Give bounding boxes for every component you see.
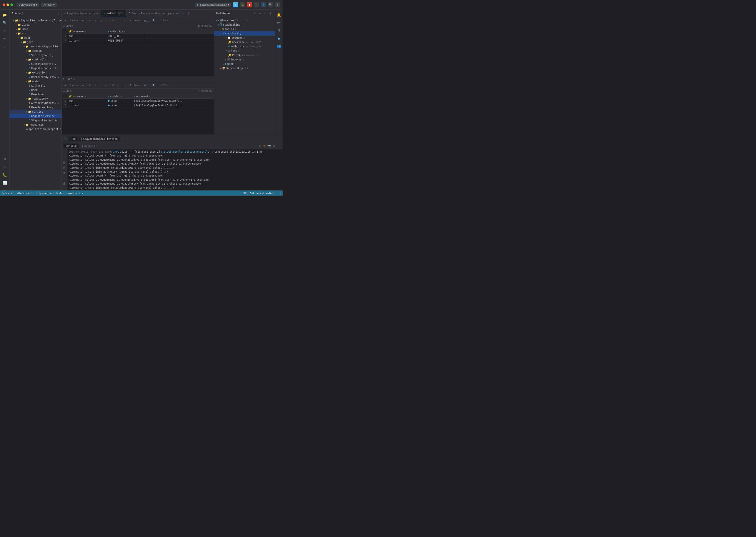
csv-button[interactable]: CSV ▾ xyxy=(160,19,169,22)
add-row-button2[interactable]: + xyxy=(104,84,107,87)
db-tree-authority-table[interactable]: ▼ ⊞ authority xyxy=(214,31,275,36)
edit-button2[interactable]: □ xyxy=(99,84,103,87)
cell-username[interactable]: vincent xyxy=(67,38,106,43)
sidebar-icon-terminal[interactable]: ⊞ xyxy=(1,156,8,163)
db-refresh-button[interactable]: ↻ xyxy=(258,11,262,16)
tab-authority[interactable]: ⊞ authority × xyxy=(101,10,126,18)
close-button[interactable] xyxy=(3,4,5,6)
search-data-button[interactable]: 🔍 xyxy=(151,19,157,22)
cell-authority[interactable]: ROLE_HOST xyxy=(106,34,145,38)
table-row[interactable]: 1 sun ROLE_HOST xyxy=(62,34,214,38)
undo-button2[interactable]: ↺ xyxy=(111,83,115,87)
tree-item-java[interactable]: ▼ 📁 java xyxy=(10,40,61,44)
tab-more-button[interactable]: ▾ xyxy=(180,12,186,15)
more-options3-button[interactable]: ⋮ xyxy=(208,83,213,87)
tab-staybooking-app[interactable]: s StaybookingApplication xyxy=(79,137,120,141)
tree-item-registercontroller[interactable]: C RegisterControll... xyxy=(10,66,61,70)
tab-customexception[interactable]: C CustomExceptionHandler.java ≠ xyxy=(126,10,180,18)
sidebar-icon-structure[interactable]: ☰ xyxy=(1,43,8,50)
sidebar-icon-vcs[interactable]: ⑂ xyxy=(1,27,8,34)
redo-button[interactable]: ↻ xyxy=(116,19,121,22)
db-tree-staybooking[interactable]: ▼ 🗄 staybooking xyxy=(214,22,275,27)
where-filter2[interactable]: ⊞ WHERE xyxy=(63,90,73,93)
status-breadcrumb-tables[interactable]: tables xyxy=(56,192,64,194)
actuator-tab[interactable]: ⊙ Actuator xyxy=(80,144,99,148)
sidebar-icon-project[interactable]: 📁 xyxy=(1,11,8,18)
tree-item-appprops[interactable]: ⚙ application.properties xyxy=(10,127,61,131)
fold-button[interactable]: ≡ xyxy=(62,171,66,175)
screenshot-button[interactable]: 📷 xyxy=(267,144,271,148)
db-tree-tables[interactable]: ▼ ⊞ tables 2 xyxy=(214,27,275,31)
nav-next-button2[interactable]: ▶ xyxy=(81,83,85,87)
db-tree-localhost[interactable]: ▼ ⊡ @localhost 1 of 13 xyxy=(214,18,275,22)
status-breadcrumb-db[interactable]: Database xyxy=(2,192,13,194)
tab-options-button[interactable]: ⋮ xyxy=(186,12,192,15)
project-panel-header[interactable]: Project ∨ xyxy=(10,10,61,18)
status-breadcrumb-staybooking[interactable]: staybooking xyxy=(36,192,52,194)
tree-item-com[interactable]: ▼ 📁 com.eve.staybooking xyxy=(10,44,61,49)
tx-button2[interactable]: Tx: Auto ▾ xyxy=(129,83,142,87)
cell-enabled[interactable]: true xyxy=(106,99,132,103)
orderby-filter[interactable]: ☰ ORDER BY xyxy=(198,25,212,28)
restart-button[interactable]: ↻ xyxy=(258,144,262,148)
db-add-button[interactable]: + xyxy=(253,11,257,16)
branch-switcher[interactable]: ⎇ main ▾ xyxy=(41,3,57,7)
tree-item-idea[interactable]: ▶ 📁 .idea xyxy=(10,22,61,27)
tab-registerservice[interactable]: C RegisterService.java xyxy=(62,10,101,18)
right-icon-notifications[interactable]: 🔔 xyxy=(275,11,282,18)
status-breadcrumb-localhost[interactable]: @localhost xyxy=(18,192,32,194)
tree-item-resources[interactable]: ▼ 📁 resources xyxy=(10,123,61,127)
scroll-up-button[interactable]: ↑ xyxy=(62,150,66,154)
profile-button[interactable]: 👤 xyxy=(261,2,266,7)
bottom-panel-icon[interactable]: ▷ xyxy=(63,137,68,141)
console-tab[interactable]: Console xyxy=(63,144,79,148)
search-data-button2[interactable]: 🔍 xyxy=(151,83,157,87)
db-settings-button[interactable]: ⚙ xyxy=(263,11,267,16)
rows-count-button[interactable]: 2 rows ▾ xyxy=(68,19,80,22)
table-row[interactable]: 2 vincent true $2a$10$mv3yqFasEai8pL5cUU… xyxy=(62,103,214,108)
project-switcher[interactable]: s staybooking ▾ xyxy=(17,3,39,7)
tree-item-staybooking-root[interactable]: ▼ 📁 staybooking ~/Desktop/Projects/S xyxy=(10,18,61,22)
orderby-filter2[interactable]: ☰ ORDER BY xyxy=(198,90,212,93)
username-column-header2[interactable]: 🔑 username ⊕ xyxy=(67,94,106,99)
filter-console-button[interactable]: ⊞ xyxy=(62,160,66,165)
cell-username2[interactable]: sun xyxy=(67,99,106,103)
nav-prev-button[interactable]: ◀ xyxy=(63,19,67,22)
search-button[interactable]: 🔍 xyxy=(268,2,273,7)
minimize-button[interactable] xyxy=(7,4,9,6)
run-button[interactable]: ▶ xyxy=(233,2,238,7)
sidebar-icon-search[interactable]: 🔍 xyxy=(1,19,8,26)
db-tree-server-objects[interactable]: ▶ 📦 Server Objects xyxy=(214,66,275,70)
enabled-column-header[interactable]: ≡ enabled ⊕ xyxy=(106,94,132,99)
redo-button2[interactable]: ↻ xyxy=(116,83,121,87)
tx-button[interactable]: Tx: Auto ▾ xyxy=(129,19,142,22)
sidebar-icon-run2[interactable]: ▷ xyxy=(1,163,8,170)
commit-button2[interactable]: ▷ xyxy=(122,83,126,87)
tree-item-main[interactable]: ▼ 📁 main xyxy=(10,36,61,40)
ddl-button[interactable]: DDL xyxy=(143,19,150,22)
tree-item-mvn[interactable]: ▶ 📁 .mvn xyxy=(10,27,61,31)
scroll-down-button[interactable]: ↓ xyxy=(62,155,66,159)
tree-item-config[interactable]: ▼ 📁 config xyxy=(10,49,61,53)
export-icon[interactable]: ⬆ xyxy=(276,192,278,194)
stop-button2[interactable]: ⊙ xyxy=(93,83,98,87)
tree-item-authorityrepo[interactable]: I AuthorityReposi... xyxy=(10,101,61,105)
user-tab-close[interactable]: × xyxy=(73,78,75,81)
db-tree-columns[interactable]: ▼ 📋 columns 2 xyxy=(214,36,275,40)
db-tree-keys[interactable]: ▼ 🗂 keys 1 xyxy=(214,49,275,53)
status-breadcrumb-authority[interactable]: ⊞ authority xyxy=(68,192,83,194)
tree-item-src[interactable]: ▼ 📁 src xyxy=(10,31,61,36)
nav-next-button[interactable]: ▶ xyxy=(81,19,85,22)
print-button[interactable]: 🖨 xyxy=(62,181,66,186)
edit-button[interactable]: □ xyxy=(99,19,103,22)
clear-button[interactable]: 🗑 xyxy=(62,165,66,170)
tree-item-authority-model[interactable]: I Authority xyxy=(10,83,61,88)
tree-item-user-model[interactable]: C User xyxy=(10,88,61,92)
sidebar-icon-more[interactable]: ⋯ xyxy=(1,99,8,106)
tree-item-repository[interactable]: ▼ 📁 repository xyxy=(10,97,61,101)
tree-item-customexception[interactable]: C CustomExceptio... xyxy=(10,62,61,66)
rows-count-button2[interactable]: 2 rows ▾ xyxy=(68,83,80,87)
nav-prev-button2[interactable]: ◀ xyxy=(63,83,67,87)
debug-button[interactable]: 🐛 xyxy=(240,2,245,7)
tree-item-useralreadyexists[interactable]: C UserAlreadyExis... xyxy=(10,75,61,79)
